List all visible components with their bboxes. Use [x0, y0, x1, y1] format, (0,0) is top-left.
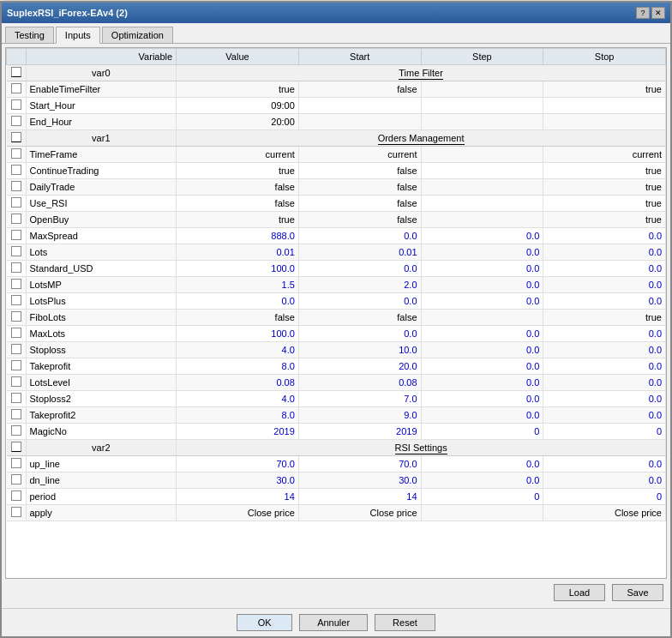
row-start[interactable]: 0.08	[298, 374, 421, 390]
tab-testing[interactable]: Testing	[5, 27, 54, 43]
row-step[interactable]	[421, 309, 543, 325]
row-stop[interactable]: Close price	[543, 504, 666, 521]
row-value[interactable]: 0.0	[177, 292, 299, 309]
row-stop[interactable]: true	[543, 178, 666, 195]
row-step[interactable]: 0.0	[421, 472, 543, 488]
row-stop[interactable]: true	[543, 162, 666, 178]
row-stop[interactable]: 0.0	[543, 472, 666, 488]
row-stop[interactable]	[543, 97, 666, 113]
row-checkbox[interactable]	[11, 197, 21, 208]
close-button[interactable]: ✕	[651, 7, 665, 19]
row-start[interactable]: 70.0	[298, 455, 421, 472]
row-step[interactable]: 0.0	[421, 390, 543, 406]
row-stop[interactable]: 0.0	[543, 358, 666, 374]
row-checkbox[interactable]	[11, 165, 21, 175]
row-checkbox[interactable]	[11, 425, 21, 436]
row-checkbox[interactable]	[11, 116, 21, 126]
row-stop[interactable]: true	[543, 309, 666, 325]
row-stop[interactable]: 0.0	[543, 406, 666, 423]
row-stop[interactable]: 0	[543, 423, 666, 439]
row-step[interactable]: 0.0	[421, 227, 543, 244]
row-start[interactable]: false	[298, 195, 421, 211]
section-checkbox[interactable]	[11, 442, 21, 452]
row-start[interactable]	[298, 113, 421, 129]
row-step[interactable]: 0	[421, 423, 543, 439]
row-start[interactable]: 9.0	[298, 406, 421, 423]
row-checkbox[interactable]	[11, 295, 21, 305]
row-stop[interactable]: 0.0	[543, 227, 666, 244]
row-stop[interactable]: true	[543, 81, 666, 97]
row-value[interactable]: 1.5	[177, 276, 299, 292]
row-step[interactable]	[421, 211, 543, 227]
row-value[interactable]: false	[177, 309, 299, 325]
row-checkbox[interactable]	[11, 344, 21, 354]
row-value[interactable]: 8.0	[177, 406, 299, 423]
section-checkbox[interactable]	[11, 67, 21, 77]
row-start[interactable]: 30.0	[298, 472, 421, 488]
row-stop[interactable]: current	[543, 146, 666, 162]
row-start[interactable]: current	[298, 146, 421, 162]
row-stop[interactable]: 0	[543, 488, 666, 504]
row-value[interactable]: 0.08	[177, 374, 299, 390]
row-value[interactable]: 100.0	[177, 325, 299, 341]
row-step[interactable]: 0.0	[421, 260, 543, 276]
row-step[interactable]: 0.0	[421, 292, 543, 309]
cancel-button[interactable]: Annuler	[299, 614, 368, 631]
row-stop[interactable]: 0.0	[543, 276, 666, 292]
reset-button[interactable]: Reset	[375, 614, 435, 631]
help-button[interactable]: ?	[636, 7, 650, 19]
row-checkbox[interactable]	[11, 214, 21, 224]
save-button[interactable]: Save	[612, 584, 663, 601]
row-start[interactable]: 0.0	[298, 325, 421, 341]
row-start[interactable]	[298, 97, 421, 113]
row-step[interactable]	[421, 504, 543, 521]
row-start[interactable]: 0.0	[298, 292, 421, 309]
row-checkbox[interactable]	[11, 262, 21, 273]
tab-inputs[interactable]: Inputs	[56, 27, 100, 44]
row-checkbox[interactable]	[11, 328, 21, 338]
row-checkbox[interactable]	[11, 360, 21, 370]
row-start[interactable]: 7.0	[298, 390, 421, 406]
row-start[interactable]: 0.0	[298, 227, 421, 244]
row-step[interactable]	[421, 97, 543, 113]
row-checkbox[interactable]	[11, 83, 21, 93]
row-start[interactable]: 0.0	[298, 260, 421, 276]
row-value[interactable]: false	[177, 195, 299, 211]
row-checkbox[interactable]	[11, 246, 21, 256]
row-checkbox[interactable]	[11, 409, 21, 419]
row-checkbox[interactable]	[11, 279, 21, 289]
row-value[interactable]: true	[177, 81, 299, 97]
row-checkbox[interactable]	[11, 181, 21, 191]
row-step[interactable]	[421, 81, 543, 97]
row-value[interactable]: 4.0	[177, 390, 299, 406]
row-step[interactable]	[421, 146, 543, 162]
row-step[interactable]	[421, 195, 543, 211]
row-start[interactable]: false	[298, 211, 421, 227]
row-start[interactable]: false	[298, 178, 421, 195]
row-stop[interactable]: 0.0	[543, 390, 666, 406]
section-checkbox[interactable]	[11, 132, 21, 142]
row-value[interactable]: 4.0	[177, 341, 299, 358]
row-value[interactable]: 30.0	[177, 472, 299, 488]
row-value[interactable]: 100.0	[177, 260, 299, 276]
row-value[interactable]: false	[177, 178, 299, 195]
row-step[interactable]	[421, 178, 543, 195]
row-value[interactable]: 2019	[177, 423, 299, 439]
row-checkbox[interactable]	[11, 491, 21, 501]
row-stop[interactable]: 0.0	[543, 374, 666, 390]
row-stop[interactable]: true	[543, 211, 666, 227]
row-start[interactable]: 20.0	[298, 358, 421, 374]
row-start[interactable]: 0.01	[298, 244, 421, 260]
row-start[interactable]: 2019	[298, 423, 421, 439]
row-step[interactable]	[421, 162, 543, 178]
row-start[interactable]: false	[298, 162, 421, 178]
row-value[interactable]: Close price	[177, 504, 299, 521]
row-value[interactable]: current	[177, 146, 299, 162]
row-checkbox[interactable]	[11, 474, 21, 485]
params-table-container[interactable]: Variable Value Start Step Stop var0 Time…	[5, 47, 667, 579]
row-step[interactable]: 0.0	[421, 325, 543, 341]
load-button[interactable]: Load	[554, 584, 605, 601]
row-stop[interactable]: 0.0	[543, 455, 666, 472]
row-step[interactable]: 0	[421, 488, 543, 504]
row-start[interactable]: 14	[298, 488, 421, 504]
